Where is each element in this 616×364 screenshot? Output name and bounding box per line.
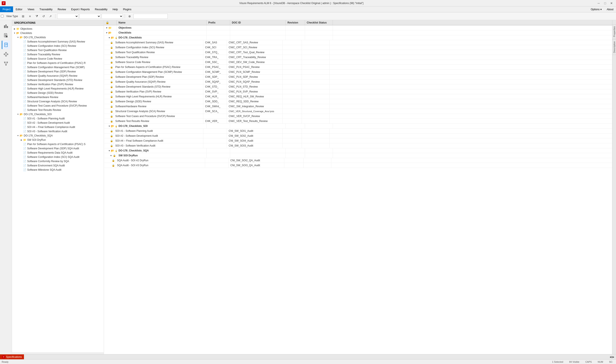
menu-plugins[interactable]: Plugins <box>120 6 134 12</box>
row-name-cell[interactable]: Software Quality Assurance (SQAP) Review <box>114 79 203 84</box>
row-name-cell[interactable]: SQA Audit - SOI #3 DryRun <box>115 163 205 168</box>
row-name-cell[interactable]: Software Design (SDD) Review <box>114 99 203 104</box>
list-item[interactable]: 📄Software Development Plan (SDP) Review <box>12 69 104 74</box>
table-row[interactable]: 🔒 SOI #3 - Software Verification Audit C… <box>104 143 612 148</box>
row-name-cell[interactable]: Software Verification Plan (SVP) Review <box>114 89 203 94</box>
list-item[interactable]: 📄Software Traceability Review <box>12 52 104 57</box>
expand-button[interactable]: ▼ <box>106 32 108 34</box>
table-row[interactable]: 🔒 SQA Audit - SOI #3 DryRun CNI_SW_SOI3_… <box>104 163 612 168</box>
expander-objectives[interactable]: ▶ <box>13 27 16 31</box>
list-item[interactable]: 📄Plan for Software Aspects of Certificat… <box>12 142 104 146</box>
tree-item-do178[interactable]: ▼ 📂 DO-178_Checklists <box>12 35 104 39</box>
view-checkbox[interactable] <box>1 15 4 17</box>
row-name-cell[interactable]: Software Test Cases and Procedure (SVCP)… <box>114 114 203 118</box>
description-tab[interactable]: Description <box>612 39 616 55</box>
row-expander-cell[interactable]: ▼ 📂 🔒 <box>104 35 117 40</box>
table-row[interactable]: 🔒 Software Tool Qualification Review CHK… <box>104 50 612 55</box>
expander-do178soi[interactable]: ▼ <box>16 113 20 116</box>
menu-export[interactable]: Export / Reports <box>69 6 92 12</box>
list-item[interactable]: 📄Software Requirements Data SQA Audit <box>12 151 104 155</box>
specifications-tab[interactable]: V Specifications <box>0 354 24 359</box>
row-name-cell[interactable]: SOI #4 – Final Software Compliance Audit <box>114 138 203 143</box>
table-row[interactable]: 🔒 Plan for Software Aspects of Certifica… <box>104 65 612 70</box>
row-expander-cell[interactable]: ▼ 📂 <box>104 30 117 35</box>
row-name-cell[interactable]: DO-178_Checklists_SOI <box>117 124 207 128</box>
row-expander-cell[interactable]: ▼ 📂 🔒 <box>104 124 117 128</box>
row-name-cell[interactable]: Checklists <box>117 30 207 35</box>
row-expander-cell[interactable]: ▼ 📂 🔒 <box>104 148 117 153</box>
search-input[interactable] <box>134 14 168 19</box>
close-button[interactable]: ✕ <box>609 1 614 5</box>
table-row[interactable]: 🔒 Software Test Results Review CHK_VER_ … <box>104 119 612 124</box>
row-name-cell[interactable]: Software Configuration Management Plan (… <box>114 70 203 74</box>
expander-checklists[interactable]: ▼ <box>13 31 16 35</box>
list-item[interactable]: 📄Software Design (SDD) Review <box>12 91 104 95</box>
tree-item-do178sqa[interactable]: ▼ 📂 DO-178_Checklists_SQA <box>12 133 104 138</box>
col-header-revision[interactable]: Revision <box>286 20 305 25</box>
table-row[interactable]: 🔒 SOI #2 - Software Development Audit CN… <box>104 133 612 138</box>
tree-item-objectives[interactable]: ▶ 📁 Objectives <box>12 27 104 31</box>
toolbar-export-btn[interactable]: ↗ <box>47 13 54 19</box>
sidebar-icon-chart[interactable] <box>2 22 10 30</box>
expand-button[interactable]: ▼ <box>108 37 110 39</box>
table-row[interactable]: 🔒 Software Design (SDD) Review CHK_SDD_ … <box>104 99 612 104</box>
table-row[interactable]: 🔒 Software Development Standards (STD) R… <box>104 84 612 89</box>
tree-item-do178soi[interactable]: ▼ 📂 DO-178_Checklists_SOI <box>12 112 104 117</box>
tree-item-checklists[interactable]: ▼ 📂 Checklists <box>12 31 104 35</box>
row-name-cell[interactable]: Software Test Results Review <box>114 119 203 123</box>
table-row[interactable]: ▼ 📂 🔒 DO-178_Checklists_SQA <box>104 148 612 153</box>
expand-button[interactable]: ▼ <box>108 150 110 152</box>
menu-views[interactable]: Views <box>25 6 37 12</box>
row-name-cell[interactable]: SOI #1 - Software Planning Audit <box>114 129 203 133</box>
toolbar-dropdown-3[interactable] <box>102 14 123 19</box>
table-row[interactable]: ▼ 📂 🔒 DO-178_Checklists <box>104 35 612 40</box>
list-item[interactable]: 📄Software Test Results Review <box>12 108 104 112</box>
list-item[interactable]: 📄Software Accomplishment Summary (SAS) R… <box>12 39 104 44</box>
row-name-cell[interactable]: DO-178_Checklists_SQA <box>117 148 207 153</box>
toolbar-refresh-btn[interactable]: ↺ <box>41 13 47 19</box>
table-row[interactable]: ▼ 📁 Objectives <box>104 26 612 30</box>
menu-options[interactable]: Options ▾ <box>588 7 604 12</box>
tree-item-swsoi[interactable]: ▶ 📁 SW SOI DryRun <box>12 138 104 142</box>
row-name-cell[interactable]: DO-178_Checklists <box>117 35 207 40</box>
expander-do178[interactable]: ▼ <box>16 36 20 39</box>
row-name-cell[interactable]: Objectives <box>117 26 207 30</box>
menu-help[interactable]: Help <box>110 6 120 12</box>
row-name-cell[interactable]: Structural Coverage Analysis (SCA) Revie… <box>114 109 203 114</box>
col-header-prefix[interactable]: Prefix <box>207 20 230 25</box>
table-row[interactable]: 🔒 SOI #4 – Final Software Compliance Aud… <box>104 138 612 143</box>
toolbar-dropdown-1[interactable] <box>57 14 79 19</box>
menu-traceability[interactable]: Traceability <box>37 6 55 12</box>
list-item[interactable]: 📄Software Source Code Review <box>12 57 104 61</box>
expand-button[interactable]: ▼ <box>106 27 108 29</box>
table-row[interactable]: ▼ 🔒 SW SOI DryRun <box>104 153 612 158</box>
row-name-cell[interactable]: Software Development Standards (STD) Rev… <box>114 84 203 89</box>
sidebar-icon-page[interactable] <box>2 40 10 49</box>
list-item[interactable]: 📄Software Configuration Management Plan … <box>12 65 104 69</box>
list-item[interactable]: 📄Software Conformity Review by SQA <box>12 159 104 163</box>
list-item[interactable]: 📄Software Tool Qualification Review <box>12 48 104 52</box>
col-header-name[interactable]: Name <box>117 20 207 25</box>
table-row[interactable]: 🔒 Software Traceability Review CHK_TRA_ … <box>104 55 612 60</box>
expand-button[interactable]: ▼ <box>108 125 110 127</box>
row-name-cell[interactable]: Software Tool Qualification Review <box>114 50 203 55</box>
list-item[interactable]: 📄Software Verification Plan (SVP) Review <box>12 82 104 87</box>
row-name-cell[interactable]: SOI #3 - Software Verification Audit <box>114 143 203 148</box>
list-item[interactable]: 📄Software High Level Requirements (HLR) … <box>12 87 104 91</box>
table-row[interactable]: 🔒 Software Quality Assurance (SQAP) Revi… <box>104 79 612 84</box>
table-row[interactable]: 🔒 Software Development Plan (SDP) Review… <box>104 75 612 79</box>
table-row[interactable]: 🔒 Software Source Code Review CHK_SSC_ C… <box>104 60 612 65</box>
table-row[interactable]: ▼ 📂 🔒 DO-178_Checklists_SOI <box>104 124 612 129</box>
sidebar-icon-network[interactable] <box>2 50 10 59</box>
list-item[interactable]: 📄Software/Hardware Review <box>12 95 104 99</box>
list-item[interactable]: 📄SOI #2 - Software Development Audit <box>12 121 104 125</box>
expand-button[interactable]: ▼ <box>110 155 112 157</box>
table-row[interactable]: 🔒 SOI #1 - Software Planning Audit CNI_S… <box>104 129 612 133</box>
row-name-cell[interactable]: Software Configuration Index (SCI) Revie… <box>114 45 203 50</box>
table-row[interactable]: 🔒 Software/Hardware Review CHK_SWInt_ CN… <box>104 104 612 109</box>
menu-about[interactable]: About <box>604 7 616 12</box>
row-name-cell[interactable]: SW SOI DryRun <box>117 153 207 158</box>
list-item[interactable]: 📄SOI #3 - Software Verification Audit <box>12 129 104 133</box>
table-row[interactable]: 🔒 Software Verification Plan (SVP) Revie… <box>104 89 612 94</box>
list-item[interactable]: 📄Software Development Plan (SDP) SQA Aud… <box>12 146 104 151</box>
